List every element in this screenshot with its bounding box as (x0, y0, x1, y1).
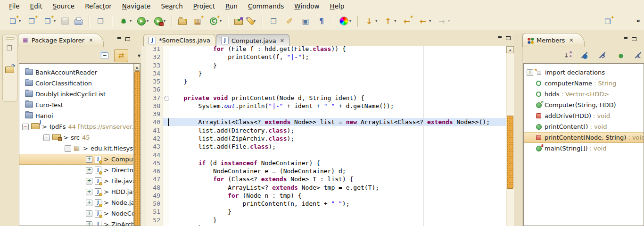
minimize-icon[interactable] (497, 36, 503, 40)
new-java-class-button[interactable]: ✦▾ (206, 15, 223, 28)
show-public-button[interactable] (614, 49, 628, 62)
scrollbar-thumb[interactable] (134, 71, 140, 226)
maximize-icon[interactable] (125, 37, 130, 41)
menu-window[interactable]: Window (289, 1, 324, 11)
members-close-icon[interactable]: ✕ (569, 37, 573, 43)
code-line[interactable]: private void printContent(Node d, String… (169, 94, 364, 102)
members-view-tab[interactable]: Members ✕ (522, 33, 585, 47)
code-line[interactable]: } (169, 224, 202, 226)
tree-item-euro-test[interactable]: Euro-Test (22, 100, 63, 110)
code-line[interactable]: list.add(File.class); (169, 142, 276, 151)
open-perspective-button[interactable] (4, 64, 15, 74)
expand-expander-icon[interactable]: + (86, 221, 92, 226)
member-item-computer-string-hdd-[interactable]: cComputer(String, HDD) (535, 100, 616, 110)
run-external-tools-button[interactable]: ▾ (152, 16, 167, 27)
package-explorer-tree[interactable]: BankAccountReaderColorClassificationDoub… (19, 63, 140, 226)
toolbar-overflow-chevron[interactable]: » (636, 17, 640, 24)
tree-item-file-java[interactable]: +>File.java59 (86, 176, 133, 186)
menu-help[interactable]: Help (325, 1, 350, 11)
expand-expander-icon[interactable]: + (86, 200, 92, 206)
debug-button[interactable]: ▾ (116, 15, 133, 28)
tree-item-directory-java[interactable]: +>Directory.java59 (86, 165, 133, 176)
member-item-adddrive-hdd-[interactable]: addDrive(HDD): void (535, 110, 610, 121)
code-line[interactable]: printContent(f, "|-"); (169, 53, 309, 61)
package-explorer-view-tab[interactable]: Package Explorer ✕ (18, 33, 104, 47)
editor-members-sash[interactable] (514, 33, 522, 226)
new-wizard-button[interactable]: ✦▾ (6, 15, 23, 28)
minimize-icon[interactable] (623, 37, 628, 41)
tab-close-icon[interactable]: ✕ (280, 38, 284, 44)
code-editor[interactable]: 31 for (File f : hdd.get(File.class)) {3… (141, 46, 514, 226)
code-line[interactable]: ArrayList<Class<? extends Node>> list = … (169, 118, 490, 126)
open-type-button[interactable] (232, 16, 245, 26)
menu-refactor[interactable]: Refactor (80, 1, 117, 11)
menu-file[interactable]: File (4, 1, 25, 11)
expand-expander-icon[interactable]: + (86, 178, 92, 184)
code-line[interactable]: for (Class<? extends Node> T : list) { (169, 175, 353, 183)
tree-item-computer-java[interactable]: +>Computer.java59 (86, 154, 133, 165)
maximize-icon[interactable] (506, 36, 511, 40)
hide-static-button[interactable] (596, 49, 610, 62)
link-with-editor-button[interactable] (114, 49, 128, 62)
restore-view-button[interactable] (4, 43, 15, 53)
collapse-expander-icon[interactable]: − (43, 134, 50, 141)
code-line[interactable]: System.out.println("|-" + ident + " " + … (169, 102, 394, 110)
expand-expander-icon[interactable]: + (86, 156, 92, 163)
editor-tab-computer-java[interactable]: Computer.java✕ (216, 34, 289, 47)
member-item-printcontent-[interactable]: printContent(): void (535, 121, 607, 132)
run-last-tool-button[interactable] (266, 15, 281, 28)
new-java-package-button[interactable]: ✦ (190, 15, 205, 28)
run-button[interactable]: ▾ (135, 16, 150, 27)
maximize-icon[interactable] (632, 37, 636, 41)
new-view-dropdown-icon[interactable]: ▾ (54, 19, 56, 23)
sort-button[interactable] (562, 50, 574, 61)
expand-expander-icon[interactable]: + (527, 69, 533, 76)
tree-item-bankaccountreader[interactable]: BankAccountReader (22, 67, 97, 78)
color-palette-dropdown-icon[interactable]: ▾ (349, 19, 351, 23)
next-annotation-dropdown-icon[interactable]: ▾ (375, 19, 377, 23)
menu-navigate[interactable]: Navigate (117, 1, 156, 11)
code-line[interactable]: for (Node n : tmp) { (169, 192, 302, 200)
member-item-import-declarations[interactable]: +import declarations (527, 67, 605, 78)
menu-source[interactable]: Source (48, 1, 80, 11)
code-line[interactable]: ArrayList<? extends Node> tmp = e.get(T)… (169, 184, 379, 192)
code-line[interactable]: } (169, 61, 217, 69)
member-item-computername[interactable]: computerName: String (535, 78, 616, 89)
code-line[interactable]: printContent(n, ident + "-"); (169, 200, 350, 208)
members-list[interactable]: +import declarationscomputerName: String… (523, 63, 644, 226)
scrollbar-thumb[interactable] (507, 116, 513, 189)
menu-search[interactable]: Search (156, 1, 188, 11)
expand-expander-icon[interactable]: + (86, 189, 92, 195)
editor-tab--someclass-java[interactable]: *SomeClass.java (143, 34, 215, 46)
tree-item-doublylinkedcycliclist[interactable]: DoublyLinkedCyclicList (22, 89, 106, 100)
member-item-printcontent-node-string-[interactable]: printContent(Node, String): void (535, 132, 644, 143)
tree-item-edu-kit-filesystem[interactable]: −>edu.kit.filesystem (65, 143, 133, 154)
tree-item-hdd-java[interactable]: +>HDD.java59 (86, 186, 133, 197)
minimize-icon[interactable] (117, 37, 122, 41)
tree-item-src[interactable]: −>src45 (43, 132, 90, 143)
tree-item-colorclassification[interactable]: ColorClassification (22, 78, 92, 89)
previous-annotation-button[interactable]: ▾ (381, 15, 398, 28)
previous-annotation-dropdown-icon[interactable]: ▾ (394, 19, 396, 23)
run-external-tools-dropdown-icon[interactable]: ▾ (164, 19, 165, 23)
open-file-button[interactable] (93, 15, 107, 28)
menu-commands[interactable]: Commands (243, 1, 289, 11)
show-source-button[interactable] (298, 15, 313, 28)
expand-expander-icon[interactable]: + (86, 167, 92, 174)
expand-expander-icon[interactable]: + (86, 210, 92, 217)
tree-item-node-java[interactable]: +>Node.java59 (86, 197, 133, 208)
debug-dropdown-icon[interactable]: ▾ (130, 19, 132, 23)
collapse-all-button[interactable] (99, 51, 110, 60)
new-java-project-button[interactable]: ✦ (176, 16, 189, 26)
hide-local-types-button[interactable] (632, 49, 644, 62)
tree-item-ipdfs[interactable]: −>IpdFs44 [https://svnserver.i (22, 121, 133, 132)
new-wizard-dropdown-icon[interactable]: ▾ (19, 19, 21, 23)
scroll-up-icon[interactable]: ▲ (134, 64, 140, 71)
editor-scrollbar[interactable]: ▲ (506, 46, 514, 226)
back-dropdown-icon[interactable]: ▾ (429, 19, 431, 23)
hide-fields-button[interactable] (578, 49, 592, 62)
code-line[interactable]: } (169, 69, 202, 77)
collapse-expander-icon[interactable]: − (22, 124, 29, 130)
code-line[interactable]: list.add(Directory.class); (169, 126, 294, 134)
tree-item-ziparchiv-java[interactable]: +>ZipArchiv.java59 (86, 219, 133, 226)
